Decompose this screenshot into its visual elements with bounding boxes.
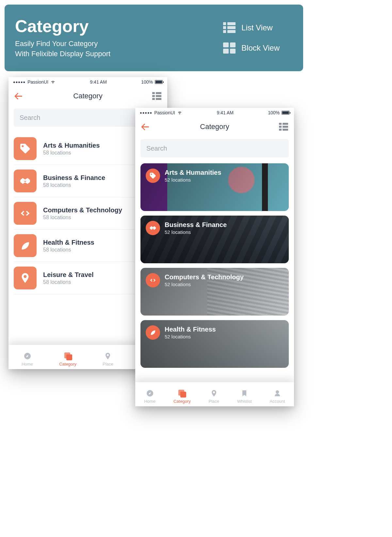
carrier-label: PassionUI xyxy=(27,79,48,85)
pin-icon xyxy=(14,267,37,289)
search-placeholder: Search xyxy=(20,114,40,122)
tab-category[interactable]: Category xyxy=(58,350,78,366)
tag-icon xyxy=(14,137,37,160)
card-sub: 52 locations xyxy=(165,229,227,235)
wifi-icon xyxy=(50,79,56,85)
layout-toggle-button[interactable] xyxy=(279,123,288,131)
search-placeholder: Search xyxy=(146,145,167,152)
category-sub: 58 locations xyxy=(43,150,100,156)
search-input[interactable]: Search xyxy=(140,139,289,157)
leaf-icon xyxy=(14,234,37,257)
category-sub: 58 locations xyxy=(43,182,105,188)
banner-subtitle-line1: Easily Find Your Category xyxy=(15,39,110,49)
code-icon xyxy=(146,273,160,287)
tab-label: Category xyxy=(59,362,76,366)
tab-account[interactable]: Account xyxy=(269,387,286,404)
wifi-icon xyxy=(177,110,182,116)
category-card[interactable]: Business & Finance 52 locations xyxy=(140,216,289,263)
home-icon xyxy=(146,389,154,398)
carrier-label: PassionUI xyxy=(154,110,175,115)
tab-category[interactable]: Category xyxy=(172,387,192,404)
battery-icon xyxy=(155,80,163,84)
signal-dots-icon: ●●●●● xyxy=(140,111,152,115)
category-sub: 58 locations xyxy=(43,247,94,253)
category-title: Business & Finance xyxy=(43,174,105,182)
card-title: Business & Finance xyxy=(165,221,227,229)
signal-dots-icon: ●●●●● xyxy=(13,80,25,84)
category-icon xyxy=(178,389,186,398)
block-view-label: Block View xyxy=(241,43,280,53)
category-title: Health & Fitness xyxy=(43,239,94,246)
whislist-icon xyxy=(240,389,249,398)
tab-place[interactable]: Place xyxy=(101,350,115,366)
card-title: Computers & Technology xyxy=(165,273,244,281)
category-cards: Arts & Humanities 52 locations Business … xyxy=(135,163,294,368)
nav-bar: Category xyxy=(135,118,294,136)
code-icon xyxy=(14,202,37,225)
handshake-icon xyxy=(146,221,160,235)
card-sub: 52 locations xyxy=(165,177,221,183)
banner-title: Category xyxy=(15,17,110,36)
home-icon xyxy=(23,352,32,360)
tab-label: Account xyxy=(270,399,285,404)
card-title: Arts & Humanities xyxy=(165,169,221,176)
category-card[interactable]: Computers & Technology 52 locations xyxy=(140,268,289,316)
tab-home[interactable]: Home xyxy=(143,387,157,404)
clock-label: 9:41 AM xyxy=(90,79,106,85)
category-title: Computers & Technology xyxy=(43,206,122,214)
place-icon xyxy=(104,352,112,360)
tab-label: Place xyxy=(209,399,220,404)
back-button[interactable] xyxy=(141,122,150,131)
list-view-label: List View xyxy=(241,23,273,32)
category-title: Leisure & Travel xyxy=(43,271,94,279)
list-view-option[interactable]: List View xyxy=(223,22,280,33)
back-button[interactable] xyxy=(14,91,24,101)
block-icon xyxy=(223,42,236,54)
handshake-icon xyxy=(14,170,37,192)
tag-icon xyxy=(146,169,160,183)
category-title: Arts & Humanities xyxy=(43,142,100,149)
account-icon xyxy=(273,389,282,398)
category-card[interactable]: Health & Fitness 52 locations xyxy=(140,320,289,368)
status-bar: ●●●●● PassionUI 9:41 AM 100% xyxy=(135,108,294,118)
category-sub: 58 locations xyxy=(43,215,122,220)
category-sub: 58 locations xyxy=(43,279,94,285)
tab-label: Home xyxy=(144,399,155,404)
promo-banner: Category Easily Find Your Category With … xyxy=(5,5,303,71)
tab-bar: Home Category Place Whislist Account xyxy=(135,382,294,406)
block-view-option[interactable]: Block View xyxy=(223,42,280,54)
page-title: Category xyxy=(24,92,152,100)
status-bar: ●●●●● PassionUI 9:41 AM 100% xyxy=(8,77,167,87)
tab-label: Category xyxy=(173,399,191,404)
nav-bar: Category xyxy=(8,87,167,105)
card-sub: 52 locations xyxy=(165,282,244,287)
place-icon xyxy=(210,389,218,398)
battery-percent: 100% xyxy=(141,79,153,85)
layout-toggle-button[interactable] xyxy=(152,92,161,100)
card-sub: 52 locations xyxy=(165,334,216,339)
tab-place[interactable]: Place xyxy=(207,387,221,404)
battery-percent: 100% xyxy=(268,110,280,115)
category-card[interactable]: Arts & Humanities 52 locations xyxy=(140,163,289,211)
tab-home[interactable]: Home xyxy=(20,350,34,366)
tab-label: Whislist xyxy=(237,399,252,404)
battery-icon xyxy=(282,111,289,115)
page-title: Category xyxy=(150,122,279,131)
tab-label: Home xyxy=(22,362,33,366)
tab-label: Place xyxy=(103,362,113,366)
banner-subtitle-line2: With Felixible Display Support xyxy=(15,49,110,59)
clock-label: 9:41 AM xyxy=(217,110,233,115)
tab-whislist[interactable]: Whislist xyxy=(236,387,253,404)
card-title: Health & Fitness xyxy=(165,326,216,333)
phone-block-view: ●●●●● PassionUI 9:41 AM 100% Category Se… xyxy=(135,108,294,406)
list-icon xyxy=(223,22,236,33)
category-icon xyxy=(64,352,72,360)
leaf-icon xyxy=(146,325,160,340)
